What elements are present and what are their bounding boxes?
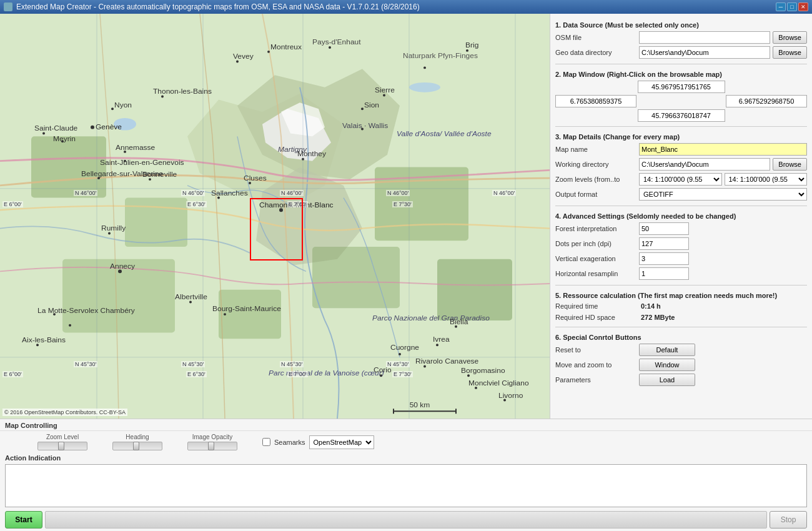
svg-text:Annecy: Annecy (110, 262, 135, 271)
divider1 (555, 64, 807, 64)
reqhd-row: Required HD space 272 MByte (555, 313, 807, 322)
svg-rect-9 (125, 198, 187, 247)
svg-point-63 (224, 313, 226, 315)
svg-text:Parc national de la Vanoise (c: Parc national de la Vanoise (cœur) (269, 369, 384, 377)
map-type-select[interactable]: OpenStreetMap Satellite Hybrid (309, 435, 374, 449)
coord-right-input[interactable] (726, 95, 807, 107)
move-window-button[interactable]: Window (639, 359, 695, 371)
reqtime-row: Required time 0:14 h (555, 302, 807, 310)
map-canvas: Genève Meyrin Saint-Claude Nyon Thonon-l… (0, 14, 550, 419)
coord-top-input[interactable] (638, 81, 725, 93)
start-button[interactable]: Start (5, 511, 42, 529)
zoom-from-select[interactable]: 14: 1:100'000 (9.55 (639, 173, 722, 186)
workdir-browse-button[interactable]: Browse (773, 158, 807, 171)
svg-point-78 (423, 365, 426, 368)
params-load-button[interactable]: Load (639, 374, 695, 386)
svg-text:Rivarolo Canavese: Rivarolo Canavese (415, 357, 479, 365)
output-format-select[interactable]: GEOTIFF (639, 188, 807, 201)
move-row: Move and zoom to Window (555, 359, 807, 371)
dpi-row: Dots per inch (dpi) (555, 237, 807, 250)
grid-label-e600-2: E 6°00' (2, 371, 23, 377)
heading-label: Heading (126, 434, 149, 440)
grid-label-n4530-2: N 45°30' (181, 361, 205, 367)
svg-point-15 (91, 126, 94, 129)
svg-point-57 (108, 232, 111, 235)
mapname-input[interactable] (639, 143, 807, 156)
vert-input[interactable] (639, 252, 689, 265)
svg-text:Nyon: Nyon (114, 101, 132, 109)
map-controlling-label: Map Controlling (0, 419, 812, 431)
svg-rect-13 (219, 290, 281, 339)
stop-button[interactable]: Stop (770, 511, 807, 529)
bottom-area: Map Controlling Zoom Level Heading Image… (0, 419, 812, 531)
svg-point-51 (423, 66, 426, 69)
coord-left-input[interactable] (555, 95, 636, 107)
divider5 (555, 327, 807, 327)
grid-label-n4600-3: N 46°00' (280, 190, 304, 196)
divider3 (555, 206, 807, 206)
svg-text:Cluses: Cluses (244, 174, 267, 182)
reqtime-value: 0:14 h (639, 302, 663, 310)
workdir-input[interactable] (639, 158, 770, 171)
heading-control: Heading (112, 434, 162, 450)
svg-text:Naturpark Pfyn-Finges: Naturpark Pfyn-Finges (403, 51, 478, 60)
zoom-level-control: Zoom Level (37, 434, 87, 450)
grid-label-n4600-1: N 46°00' (74, 190, 97, 196)
svg-text:Sallanches: Sallanches (211, 189, 248, 197)
close-button[interactable]: ✕ (798, 2, 808, 11)
grid-label-n4600-2: N 46°00' (181, 190, 205, 196)
svg-point-49 (383, 94, 385, 97)
geo-browse-button[interactable]: Browse (773, 46, 807, 59)
svg-point-80 (399, 353, 401, 355)
section4-header: 4. Advanced Settings (Seldomly needed to… (555, 212, 807, 220)
image-opacity-label: Image Opacity (192, 434, 232, 440)
maximize-button[interactable]: □ (787, 2, 797, 11)
forest-input[interactable] (639, 222, 689, 235)
svg-point-67 (69, 324, 71, 327)
svg-text:Annemasse: Annemasse (116, 143, 156, 152)
svg-text:Meyrin: Meyrin (53, 134, 76, 143)
zoom-to-select[interactable]: 14: 1:100'000 (9.55 (725, 173, 808, 186)
coord-bottom-row (555, 109, 807, 122)
geo-input[interactable] (639, 46, 770, 59)
coord-bottom-input[interactable] (638, 109, 725, 122)
svg-text:Bonneville: Bonneville (142, 170, 177, 179)
grid-label-n4530-1: N 45°30' (74, 361, 97, 367)
svg-point-23 (161, 96, 164, 98)
mapname-row: Map name (555, 143, 807, 156)
osm-browse-button[interactable]: Browse (773, 31, 807, 44)
section1-header: 1. Data Source (Must be selected only on… (555, 21, 807, 29)
reset-default-button[interactable]: Default (639, 344, 695, 356)
title-bar: Extended Map Creator - Creates automatic… (0, 0, 812, 14)
svg-rect-14 (312, 247, 400, 308)
seamarsk-checkbox[interactable] (262, 438, 270, 446)
forest-label: Forest interpretation (555, 225, 636, 232)
zoom-level-slider[interactable] (37, 442, 87, 450)
svg-text:Saint-Julien-en-Genevois: Saint-Julien-en-Genevois (100, 158, 184, 167)
horiz-input[interactable] (639, 267, 689, 280)
minimize-button[interactable]: ─ (776, 2, 786, 11)
heading-thumb[interactable] (133, 442, 139, 450)
grid-label-e730-b: E 7°30' (392, 371, 413, 377)
svg-point-47 (361, 107, 364, 110)
svg-text:Pays-d'Enhaut: Pays-d'Enhaut (312, 37, 361, 46)
heading-slider[interactable] (112, 442, 162, 450)
zoom-level-thumb[interactable] (58, 442, 64, 450)
grid-label-e700: E 7°00' (287, 201, 308, 207)
osm-input[interactable] (639, 31, 770, 44)
app-icon (4, 2, 12, 11)
image-opacity-control: Image Opacity (187, 434, 237, 450)
svg-text:Rumilly: Rumilly (101, 224, 126, 232)
forest-row: Forest interpretation (555, 222, 807, 235)
svg-text:Brig: Brig (465, 41, 478, 49)
window-title: Extended Map Creator - Creates automatic… (16, 2, 776, 11)
image-opacity-thumb[interactable] (208, 442, 214, 450)
svg-text:Genève: Genève (96, 122, 122, 131)
divider2 (555, 126, 807, 127)
window-controls: ─ □ ✕ (776, 2, 808, 11)
action-indication-label: Action Indication (0, 453, 812, 463)
map-area[interactable]: Genève Meyrin Saint-Claude Nyon Thonon-l… (0, 14, 550, 419)
image-opacity-slider[interactable] (187, 442, 237, 450)
dpi-input[interactable] (639, 237, 689, 250)
section5-header: 5. Ressource calculation (The first map … (555, 292, 807, 299)
